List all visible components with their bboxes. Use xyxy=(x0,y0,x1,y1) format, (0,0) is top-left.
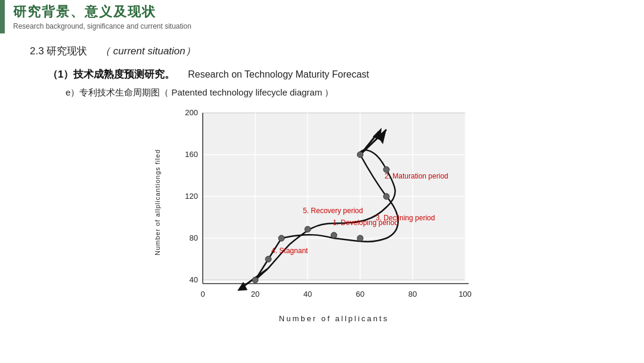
svg-point-36 xyxy=(383,193,389,199)
svg-text:20: 20 xyxy=(251,290,259,299)
svg-text:3. Declining period: 3. Declining period xyxy=(376,214,435,222)
header-bar: 研究背景、意义及现状 Research background, signific… xyxy=(0,0,644,33)
svg-point-33 xyxy=(357,235,363,241)
svg-text:40: 40 xyxy=(190,275,198,284)
svg-text:80: 80 xyxy=(408,290,417,299)
svg-text:60: 60 xyxy=(356,290,364,299)
svg-text:5. Recovery period: 5. Recovery period xyxy=(303,207,363,215)
header-text-block: 研究背景、意义及现状 Research background, signific… xyxy=(5,0,200,33)
section-heading-cn: 2.3 研究现状 xyxy=(30,45,97,57)
svg-text:4. Stagnant: 4. Stagnant xyxy=(271,247,308,255)
section-heading-en: （ current situation） xyxy=(100,45,196,57)
subsection-en: Research on Technology Maturity Forecast xyxy=(188,69,369,79)
svg-point-28 xyxy=(252,277,258,283)
svg-text:100: 100 xyxy=(459,290,472,299)
sub-sub-label: e）专利技术生命周期图（ Patented technology lifecyc… xyxy=(30,87,614,99)
y-axis-label: Number of allplicantiongs filed xyxy=(150,113,165,292)
svg-point-29 xyxy=(265,256,271,262)
svg-point-32 xyxy=(331,232,337,238)
chart-area: Number of allplicantiongs filed 200 xyxy=(155,107,489,328)
svg-text:120: 120 xyxy=(185,192,198,201)
header-accent xyxy=(0,0,5,33)
svg-point-34 xyxy=(357,152,363,158)
svg-text:0: 0 xyxy=(200,290,205,299)
main-content: 2.3 研究现状 （ current situation） （1）技术成熟度预测… xyxy=(0,33,644,334)
subsection-label: （1）技术成熟度预测研究。 Research on Technology Mat… xyxy=(30,67,614,81)
svg-text:160: 160 xyxy=(185,150,198,159)
svg-text:80: 80 xyxy=(190,233,198,242)
header-title-en: Research background, significance and cu… xyxy=(13,22,191,30)
header-title-cn: 研究背景、意义及现状 xyxy=(13,3,191,21)
svg-text:2. Maturation period: 2. Maturation period xyxy=(385,172,448,180)
svg-text:40: 40 xyxy=(304,290,312,299)
chart-svg: 200 160 120 80 40 0 20 40 60 80 100 xyxy=(173,107,483,310)
subsection-number: （1）技术成熟度预测研究。 xyxy=(48,69,185,80)
chart-wrapper: Number of allplicantiongs filed 200 xyxy=(30,107,614,328)
svg-point-31 xyxy=(305,226,311,232)
x-axis-label: Number of allplicants xyxy=(179,314,489,323)
svg-point-30 xyxy=(278,235,284,241)
section-heading: 2.3 研究现状 （ current situation） xyxy=(30,44,614,58)
svg-text:200: 200 xyxy=(185,108,198,117)
